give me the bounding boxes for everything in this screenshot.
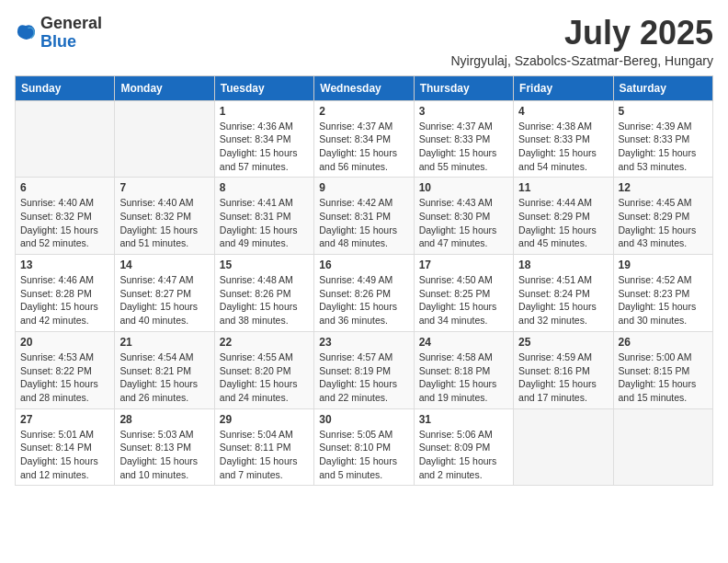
day-number: 21 [119, 336, 209, 349]
col-header-friday: Friday [514, 75, 613, 100]
cell-info: Sunrise: 4:54 AMSunset: 8:21 PMDaylight:… [119, 350, 209, 405]
cell-info: Sunrise: 5:05 AMSunset: 8:10 PMDaylight:… [319, 428, 408, 482]
calendar-cell: 11Sunrise: 4:44 AMSunset: 8:29 PMDayligh… [514, 178, 613, 255]
cell-info: Sunrise: 4:39 AMSunset: 8:33 PMDaylight:… [619, 120, 708, 174]
logo-text: General Blue [40, 15, 102, 52]
calendar-cell: 27Sunrise: 5:01 AMSunset: 8:14 PMDayligh… [16, 408, 115, 486]
calendar-cell: 6Sunrise: 4:40 AMSunset: 8:32 PMDaylight… [16, 178, 115, 255]
day-number: 8 [220, 181, 309, 194]
calendar-cell: 28Sunrise: 5:03 AMSunset: 8:13 PMDayligh… [115, 408, 214, 486]
day-number: 17 [419, 259, 508, 271]
day-number: 26 [619, 336, 708, 349]
calendar-cell: 20Sunrise: 4:53 AMSunset: 8:22 PMDayligh… [16, 331, 115, 408]
day-number: 5 [619, 105, 708, 118]
calendar-week-row: 20Sunrise: 4:53 AMSunset: 8:22 PMDayligh… [16, 331, 713, 408]
calendar-cell: 31Sunrise: 5:06 AMSunset: 8:09 PMDayligh… [414, 408, 513, 486]
col-header-sunday: Sunday [16, 75, 115, 100]
day-number: 19 [619, 259, 708, 271]
title-block: July 2025 Nyirgyulaj, Szabolcs-Szatmar-B… [450, 15, 713, 68]
calendar-cell: 18Sunrise: 4:51 AMSunset: 8:24 PMDayligh… [514, 255, 613, 332]
calendar-cell: 5Sunrise: 4:39 AMSunset: 8:33 PMDaylight… [613, 100, 712, 178]
calendar-cell [115, 100, 214, 178]
month-title: July 2025 [450, 15, 713, 52]
calendar-cell: 10Sunrise: 4:43 AMSunset: 8:30 PMDayligh… [414, 178, 513, 255]
calendar-cell [613, 408, 712, 486]
cell-info: Sunrise: 4:51 AMSunset: 8:24 PMDaylight:… [518, 273, 608, 327]
calendar-cell: 14Sunrise: 4:47 AMSunset: 8:27 PMDayligh… [115, 255, 214, 332]
cell-info: Sunrise: 4:57 AMSunset: 8:19 PMDaylight:… [319, 350, 408, 405]
logo: General Blue [15, 15, 102, 52]
day-number: 25 [518, 336, 608, 349]
calendar-cell: 30Sunrise: 5:05 AMSunset: 8:10 PMDayligh… [314, 408, 414, 486]
calendar-cell: 8Sunrise: 4:41 AMSunset: 8:31 PMDaylight… [214, 178, 313, 255]
day-number: 28 [119, 413, 209, 426]
day-number: 14 [119, 259, 209, 271]
cell-info: Sunrise: 5:01 AMSunset: 8:14 PMDaylight:… [20, 428, 109, 482]
calendar-header-row: SundayMondayTuesdayWednesdayThursdayFrid… [16, 75, 713, 100]
cell-info: Sunrise: 4:45 AMSunset: 8:29 PMDaylight:… [619, 196, 708, 250]
cell-info: Sunrise: 5:04 AMSunset: 8:11 PMDaylight:… [220, 428, 309, 482]
calendar-cell: 29Sunrise: 5:04 AMSunset: 8:11 PMDayligh… [214, 408, 313, 486]
day-number: 9 [319, 181, 408, 194]
cell-info: Sunrise: 5:06 AMSunset: 8:09 PMDaylight:… [419, 428, 508, 482]
cell-info: Sunrise: 4:59 AMSunset: 8:16 PMDaylight:… [518, 350, 608, 405]
cell-info: Sunrise: 4:42 AMSunset: 8:31 PMDaylight:… [319, 196, 408, 250]
cell-info: Sunrise: 4:52 AMSunset: 8:23 PMDaylight:… [619, 273, 708, 327]
calendar-cell: 7Sunrise: 4:40 AMSunset: 8:32 PMDaylight… [115, 178, 214, 255]
day-number: 4 [518, 105, 608, 118]
cell-info: Sunrise: 4:46 AMSunset: 8:28 PMDaylight:… [20, 273, 109, 327]
calendar-cell: 9Sunrise: 4:42 AMSunset: 8:31 PMDaylight… [314, 178, 414, 255]
day-number: 18 [518, 259, 608, 271]
cell-info: Sunrise: 4:50 AMSunset: 8:25 PMDaylight:… [419, 273, 508, 327]
calendar-cell: 24Sunrise: 4:58 AMSunset: 8:18 PMDayligh… [414, 331, 513, 408]
calendar-cell [16, 100, 115, 178]
calendar-week-row: 1Sunrise: 4:36 AMSunset: 8:34 PMDaylight… [16, 100, 713, 178]
cell-info: Sunrise: 4:40 AMSunset: 8:32 PMDaylight:… [119, 196, 209, 250]
calendar-cell [514, 408, 613, 486]
day-number: 1 [220, 105, 309, 118]
calendar-cell: 19Sunrise: 4:52 AMSunset: 8:23 PMDayligh… [613, 255, 712, 332]
day-number: 6 [20, 181, 109, 194]
calendar-cell: 22Sunrise: 4:55 AMSunset: 8:20 PMDayligh… [214, 331, 313, 408]
cell-info: Sunrise: 4:38 AMSunset: 8:33 PMDaylight:… [518, 120, 608, 174]
col-header-wednesday: Wednesday [314, 75, 414, 100]
cell-info: Sunrise: 5:00 AMSunset: 8:15 PMDaylight:… [619, 350, 708, 405]
cell-info: Sunrise: 4:37 AMSunset: 8:33 PMDaylight:… [419, 120, 508, 174]
day-number: 12 [619, 181, 708, 194]
day-number: 22 [220, 336, 309, 349]
cell-info: Sunrise: 4:49 AMSunset: 8:26 PMDaylight:… [319, 273, 408, 327]
cell-info: Sunrise: 4:36 AMSunset: 8:34 PMDaylight:… [220, 120, 309, 174]
col-header-tuesday: Tuesday [214, 75, 313, 100]
cell-info: Sunrise: 4:53 AMSunset: 8:22 PMDaylight:… [20, 350, 109, 405]
day-number: 24 [419, 336, 508, 349]
calendar-cell: 16Sunrise: 4:49 AMSunset: 8:26 PMDayligh… [314, 255, 414, 332]
calendar-cell: 13Sunrise: 4:46 AMSunset: 8:28 PMDayligh… [16, 255, 115, 332]
day-number: 2 [319, 105, 408, 118]
calendar-cell: 12Sunrise: 4:45 AMSunset: 8:29 PMDayligh… [613, 178, 712, 255]
calendar-cell: 2Sunrise: 4:37 AMSunset: 8:34 PMDaylight… [314, 100, 414, 178]
cell-info: Sunrise: 4:47 AMSunset: 8:27 PMDaylight:… [119, 273, 209, 327]
calendar-cell: 23Sunrise: 4:57 AMSunset: 8:19 PMDayligh… [314, 331, 414, 408]
calendar-cell: 3Sunrise: 4:37 AMSunset: 8:33 PMDaylight… [414, 100, 513, 178]
day-number: 7 [119, 181, 209, 194]
cell-info: Sunrise: 5:03 AMSunset: 8:13 PMDaylight:… [119, 428, 209, 482]
col-header-thursday: Thursday [414, 75, 513, 100]
calendar-table: SundayMondayTuesdayWednesdayThursdayFrid… [15, 75, 713, 487]
day-number: 23 [319, 336, 408, 349]
day-number: 11 [518, 181, 608, 194]
cell-info: Sunrise: 4:43 AMSunset: 8:30 PMDaylight:… [419, 196, 508, 250]
col-header-saturday: Saturday [613, 75, 712, 100]
day-number: 30 [319, 413, 408, 426]
cell-info: Sunrise: 4:44 AMSunset: 8:29 PMDaylight:… [518, 196, 608, 250]
calendar-cell: 1Sunrise: 4:36 AMSunset: 8:34 PMDaylight… [214, 100, 313, 178]
day-number: 20 [20, 336, 109, 349]
logo-blue-text: Blue [40, 32, 76, 51]
cell-info: Sunrise: 4:55 AMSunset: 8:20 PMDaylight:… [220, 350, 309, 405]
calendar-cell: 25Sunrise: 4:59 AMSunset: 8:16 PMDayligh… [514, 331, 613, 408]
day-number: 16 [319, 259, 408, 271]
cell-info: Sunrise: 4:40 AMSunset: 8:32 PMDaylight:… [20, 196, 109, 250]
logo-general-text: General [40, 14, 102, 32]
day-number: 13 [20, 259, 109, 271]
cell-info: Sunrise: 4:41 AMSunset: 8:31 PMDaylight:… [220, 196, 309, 250]
calendar-cell: 4Sunrise: 4:38 AMSunset: 8:33 PMDaylight… [514, 100, 613, 178]
